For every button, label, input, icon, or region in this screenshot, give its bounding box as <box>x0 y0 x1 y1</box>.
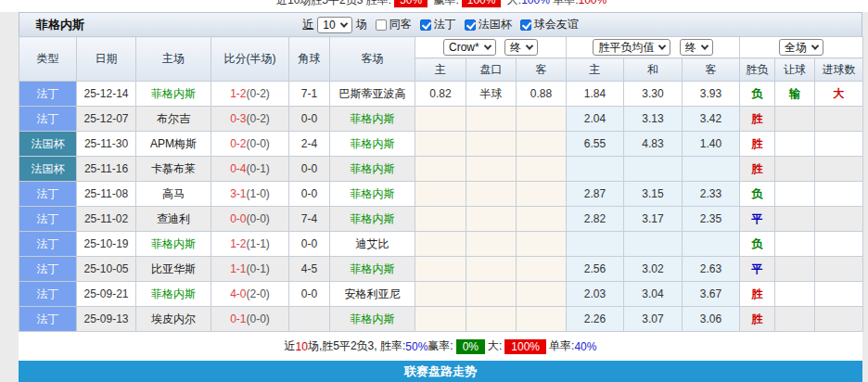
crow-home-odds <box>415 107 466 132</box>
checkbox-league-fading[interactable] <box>420 19 431 31</box>
col-header-crow-home: 主 <box>415 58 466 82</box>
odds-draw: 4.83 <box>624 132 683 157</box>
result-goals <box>815 207 863 232</box>
match-score: 1-1(0-1) <box>211 257 289 282</box>
match-score: 0-3(0-2) <box>211 107 289 132</box>
scope-select[interactable]: 全场 <box>779 39 823 56</box>
odds-away: 2.63 <box>683 257 740 282</box>
recent-link[interactable]: 近 <box>302 17 313 32</box>
result-handicap <box>775 132 815 157</box>
corner-score: 7-4 <box>289 207 330 232</box>
games-count-select[interactable]: 10 <box>317 17 351 33</box>
odds-state-value: 终 <box>685 40 696 56</box>
result-wdl: 胜 <box>740 132 775 157</box>
home-team: 菲格内斯 <box>136 282 211 307</box>
odds-home <box>567 232 624 257</box>
crow-away-odds <box>517 157 567 182</box>
league-trend-bar: 联赛盘路走势 <box>19 361 862 382</box>
result-goals <box>815 157 863 182</box>
home-team: 埃皮内尔 <box>136 307 211 332</box>
result-wdl: 负 <box>740 82 775 107</box>
top-stats-badge-1: 50% <box>394 0 428 7</box>
crow-home-odds: 0.82 <box>415 82 466 107</box>
match-score: 0-0(0-0) <box>211 207 289 232</box>
odds-home: 2.82 <box>567 207 624 232</box>
result-goals <box>815 307 863 332</box>
result-wdl: 平 <box>740 257 775 282</box>
odds-type-select[interactable]: 胜平负均值 <box>593 39 670 56</box>
chevron-down-icon <box>339 19 347 27</box>
home-team: APM梅斯 <box>136 132 211 157</box>
halftime-score: (0-0) <box>247 137 270 150</box>
league-badge: 法丁 <box>19 282 77 307</box>
match-date: 25-12-07 <box>77 107 136 132</box>
match-score: 0-4(0-1) <box>211 157 289 182</box>
checkbox-league-cup-label: 法国杯 <box>479 17 512 32</box>
odds-away: 1.40 <box>683 132 740 157</box>
match-table-body: 法丁25-12-14菲格内斯1-2(0-2)7-1巴斯蒂亚波高0.82半球0.8… <box>19 82 863 332</box>
match-score: 0-2(0-0) <box>211 132 289 157</box>
crow-away-odds <box>517 282 567 307</box>
match-date: 25-12-14 <box>77 82 136 107</box>
filter-controls: 近 10 场 同客 法丁 法国杯 球会友谊 <box>302 17 578 33</box>
league-badge: 法丁 <box>19 107 77 132</box>
away-team: 菲格内斯 <box>330 132 415 157</box>
checkbox-league-cup[interactable] <box>465 19 476 31</box>
crow-home-odds <box>415 132 466 157</box>
top-stats-prefix: 近10场胜5平2负3 胜率: <box>276 0 391 6</box>
crow-home-odds <box>415 257 466 282</box>
col-header-odds-home: 主 <box>567 58 624 82</box>
odds-home: 2.56 <box>567 257 624 282</box>
away-team: 菲格内斯 <box>330 107 415 132</box>
crow-home-odds <box>415 307 466 332</box>
crow-handicap <box>466 207 517 232</box>
match-date: 25-11-02 <box>77 207 136 232</box>
result-handicap <box>775 282 815 307</box>
match-date: 25-11-30 <box>77 132 136 157</box>
result-wdl: 胜 <box>740 307 775 332</box>
odds-draw <box>624 157 683 182</box>
bookmaker-state-select[interactable]: 终 <box>504 39 538 56</box>
crow-handicap <box>466 132 517 157</box>
match-date: 25-11-08 <box>77 182 136 207</box>
halftime-score: (0-0) <box>247 212 270 225</box>
odds-state-select[interactable]: 终 <box>680 39 713 56</box>
league-badge: 法丁 <box>19 82 77 107</box>
col-header-type: 类型 <box>19 37 77 82</box>
checkbox-same-away[interactable] <box>376 19 387 31</box>
halftime-score: (0-0) <box>247 312 270 325</box>
bookmaker-select[interactable]: Crow* <box>443 39 496 56</box>
odds-draw: 3.15 <box>624 182 683 207</box>
col-header-odds-draw: 和 <box>624 58 683 82</box>
league-badge: 法国杯 <box>19 157 77 182</box>
scope-select-cell: 全场 <box>740 37 863 58</box>
home-team: 布尔吉 <box>136 107 211 132</box>
header-row-top: 类型 日期 主场 比分(半场) 角球 客场 Crow* 终 胜平负均值 终 全场 <box>19 37 863 58</box>
scope-select-value: 全场 <box>785 40 807 56</box>
result-wdl: 胜 <box>740 282 775 307</box>
result-handicap <box>775 257 815 282</box>
result-handicap <box>775 232 815 257</box>
col-header-odds-away: 客 <box>683 58 740 82</box>
away-team: 菲格内斯 <box>330 207 415 232</box>
result-wdl: 负 <box>740 232 775 257</box>
match-row: 法丁25-12-07布尔吉0-3(0-2)0-0菲格内斯2.043.133.42… <box>19 107 863 132</box>
top-stats-strip: 近10场胜5平2负3 胜率:50% 赢率:100% 大:100% 单率:100% <box>0 0 868 12</box>
odds-away: 2.33 <box>683 182 740 207</box>
halftime-score: (0-1) <box>247 162 270 175</box>
summary-win-rate: 50% <box>405 340 428 353</box>
match-date: 25-11-16 <box>77 157 136 182</box>
away-team: 迪艾比 <box>330 232 415 257</box>
summary-part3: 赢率: <box>428 338 453 354</box>
odds-type-select-cell: 胜平负均值 终 <box>567 37 740 58</box>
odds-draw: 3.30 <box>624 82 683 107</box>
fulltime-score: 0-2 <box>230 137 246 150</box>
crow-away-odds <box>517 132 567 157</box>
summary-games: 10 <box>296 340 308 353</box>
odds-draw: 3.07 <box>624 307 683 332</box>
match-score: 1-2(0-2) <box>211 82 289 107</box>
checkbox-friendly[interactable] <box>520 19 531 31</box>
result-handicap <box>775 307 815 332</box>
match-row: 法丁25-11-08高马3-1(1-0)0-0菲格内斯2.873.152.33负 <box>19 182 863 207</box>
result-wdl: 胜 <box>740 157 775 182</box>
